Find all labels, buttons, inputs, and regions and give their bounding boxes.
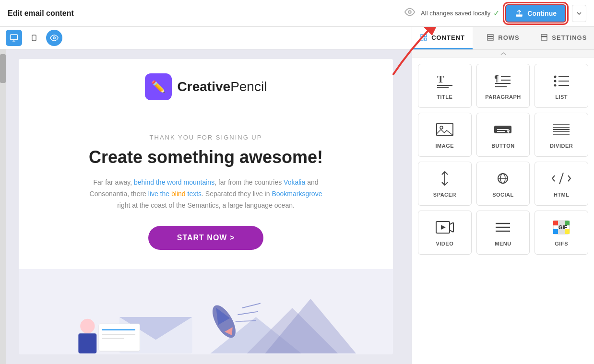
cta-label: START NOW > bbox=[177, 234, 235, 242]
content-item-button[interactable]: BUTTON bbox=[476, 113, 530, 157]
panel-tabs: CONTENT ROWS SETTINGS bbox=[412, 27, 594, 50]
preview-button[interactable] bbox=[46, 30, 62, 46]
scroll-up-indicator[interactable] bbox=[412, 50, 594, 58]
dropdown-button[interactable] bbox=[572, 5, 586, 22]
continue-button[interactable]: Continue bbox=[505, 4, 566, 23]
svg-line-66 bbox=[450, 223, 453, 224]
content-item-title[interactable]: T TITLE bbox=[418, 64, 472, 108]
content-item-list[interactable]: LIST bbox=[535, 64, 588, 108]
svg-rect-20 bbox=[78, 333, 96, 353]
spacer-icon bbox=[435, 170, 454, 187]
blind-text: blind bbox=[171, 190, 186, 198]
email-logo-section: ✏️ CreativePencil bbox=[19, 59, 393, 115]
link-behind[interactable]: behind the word mountains bbox=[134, 178, 214, 186]
canvas-wrapper[interactable]: ✏️ CreativePencil THANK YOU FOR SIGNING … bbox=[0, 49, 412, 364]
cta-button[interactable]: START NOW > bbox=[148, 226, 263, 250]
content-item-gifs[interactable]: GIF GIFS bbox=[535, 211, 588, 255]
link-bookmarks[interactable]: Bookmarksgrove bbox=[272, 190, 322, 198]
paragraph-label: PARAGRAPH bbox=[485, 94, 521, 100]
svg-rect-2 bbox=[11, 35, 18, 40]
content-item-html[interactable]: HTML bbox=[535, 162, 588, 206]
spacer-label: SPACER bbox=[433, 192, 456, 198]
image-label: IMAGE bbox=[436, 143, 454, 149]
email-illustration bbox=[19, 269, 393, 354]
content-item-spacer[interactable]: SPACER bbox=[418, 162, 472, 206]
svg-rect-33 bbox=[541, 37, 547, 40]
svg-rect-48 bbox=[437, 123, 453, 136]
html-icon bbox=[552, 170, 571, 187]
menu-label: MENU bbox=[495, 241, 511, 247]
paragraph-icon: ¶ bbox=[493, 72, 512, 89]
svg-point-49 bbox=[440, 126, 443, 129]
header: Edit email content All changes saved loc… bbox=[0, 0, 594, 27]
logo-icon: ✏️ bbox=[145, 73, 172, 100]
svg-point-0 bbox=[408, 11, 411, 13]
tab-rows-label: ROWS bbox=[498, 34, 519, 41]
logo-normal: Pencil bbox=[230, 79, 267, 94]
video-icon bbox=[435, 219, 454, 236]
email-canvas: ✏️ CreativePencil THANK YOU FOR SIGNING … bbox=[19, 59, 393, 354]
tab-settings[interactable]: SETTINGS bbox=[534, 27, 594, 49]
svg-text:GIF: GIF bbox=[558, 224, 568, 230]
svg-marker-65 bbox=[441, 225, 446, 230]
thank-you-text: THANK YOU FOR SIGNING UP bbox=[48, 134, 364, 141]
tab-content[interactable]: CONTENT bbox=[412, 27, 473, 49]
image-icon bbox=[435, 121, 454, 138]
svg-point-19 bbox=[80, 318, 95, 333]
button-icon bbox=[493, 121, 512, 138]
svg-point-42 bbox=[554, 76, 557, 78]
scrollbar-thumb[interactable] bbox=[0, 54, 6, 83]
editor-area: ✏️ CreativePencil THANK YOU FOR SIGNING … bbox=[0, 27, 412, 364]
svg-rect-32 bbox=[541, 35, 547, 36]
tab-content-label: CONTENT bbox=[431, 34, 465, 41]
svg-rect-30 bbox=[487, 37, 493, 38]
content-item-social[interactable]: SOCIAL bbox=[476, 162, 530, 206]
svg-line-63 bbox=[559, 173, 563, 184]
svg-rect-76 bbox=[553, 229, 558, 234]
settings-tab-icon bbox=[540, 34, 548, 41]
svg-rect-5 bbox=[32, 35, 36, 41]
svg-line-67 bbox=[450, 230, 453, 232]
content-item-paragraph[interactable]: ¶ PARAGRAPH bbox=[476, 64, 530, 108]
logo-text: CreativePencil bbox=[178, 79, 267, 94]
svg-rect-25 bbox=[421, 35, 423, 37]
content-grid: T TITLE ¶ PARAGRAPH bbox=[418, 64, 588, 255]
saved-text: All changes saved locally bbox=[421, 10, 490, 17]
illustration-svg bbox=[28, 279, 383, 354]
content-item-divider[interactable]: DIVIDER bbox=[535, 113, 588, 157]
svg-point-7 bbox=[53, 37, 56, 39]
menu-icon bbox=[493, 219, 512, 236]
social-label: SOCIAL bbox=[492, 192, 514, 198]
content-tab-icon bbox=[420, 34, 428, 41]
body-text: Far far away, behind the word mountains,… bbox=[86, 177, 326, 211]
title-icon: T bbox=[435, 72, 454, 89]
link-vokalia[interactable]: Vokalia bbox=[284, 178, 305, 186]
svg-rect-26 bbox=[425, 35, 427, 37]
svg-text:T: T bbox=[437, 73, 444, 85]
rows-tab-icon bbox=[487, 34, 494, 41]
saved-status: All changes saved locally ✓ bbox=[421, 9, 499, 18]
gifs-icon: GIF bbox=[552, 219, 571, 236]
svg-rect-74 bbox=[553, 221, 558, 225]
divider-label: DIVIDER bbox=[550, 143, 573, 149]
eye-icon[interactable] bbox=[404, 7, 415, 20]
panel-scroll[interactable]: T TITLE ¶ PARAGRAPH bbox=[412, 58, 594, 364]
social-icon bbox=[493, 170, 512, 187]
tab-rows[interactable]: ROWS bbox=[473, 27, 533, 49]
title-label: TITLE bbox=[437, 94, 452, 100]
logo-bold: Creative bbox=[178, 79, 231, 94]
button-label: BUTTON bbox=[491, 143, 515, 149]
right-panel: CONTENT ROWS SETTINGS T bbox=[412, 27, 594, 364]
content-item-menu[interactable]: MENU bbox=[476, 211, 530, 255]
mobile-view-button[interactable] bbox=[26, 30, 42, 46]
content-item-image[interactable]: IMAGE bbox=[418, 113, 472, 157]
desktop-view-button[interactable] bbox=[6, 30, 22, 46]
checkmark-icon: ✓ bbox=[493, 9, 499, 18]
logo: ✏️ CreativePencil bbox=[145, 73, 267, 100]
content-item-video[interactable]: VIDEO bbox=[418, 211, 472, 255]
email-body: THANK YOU FOR SIGNING UP Create somethin… bbox=[19, 115, 393, 269]
scrollbar-track bbox=[0, 49, 6, 364]
list-icon bbox=[552, 72, 571, 89]
page-title: Edit email content bbox=[8, 9, 74, 18]
link-live[interactable]: live the blind texts bbox=[148, 190, 202, 198]
